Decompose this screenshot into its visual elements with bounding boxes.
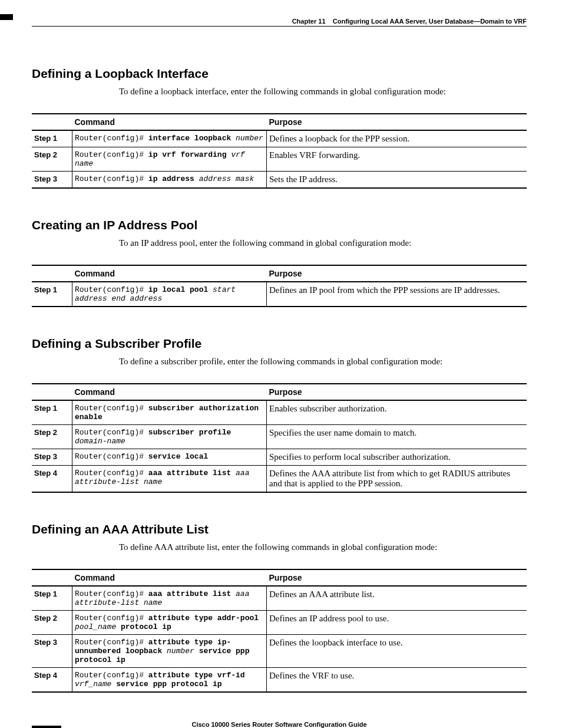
table-row: Step 3Router(config)# service localSpeci… xyxy=(32,449,527,466)
column-header-command: Command xyxy=(72,265,267,282)
command-table: CommandPurposeStep 1Router(config)# inte… xyxy=(32,113,527,189)
step-label: Step 4 xyxy=(32,668,72,693)
step-label: Step 1 xyxy=(32,130,72,147)
command-table: CommandPurposeStep 1Router(config)# aaa … xyxy=(32,569,527,693)
column-header-command: Command xyxy=(72,384,267,400)
table-row: Step 1Router(config)# ip local pool star… xyxy=(32,282,527,307)
table-row: Step 3Router(config)# attribute type ip-… xyxy=(32,635,527,668)
step-label: Step 3 xyxy=(32,172,72,189)
purpose-cell: Defines the AAA attribute list from whic… xyxy=(267,466,527,493)
table-row: Step 2Router(config)# ip vrf forwarding … xyxy=(32,147,527,172)
section-heading: Defining an AAA Attribute List xyxy=(32,522,527,536)
command-table: CommandPurposeStep 1Router(config)# subs… xyxy=(32,383,527,493)
purpose-cell: Specifies to perform local subscriber au… xyxy=(267,449,527,466)
command-cell: Router(config)# subscriber profile domai… xyxy=(72,425,267,449)
margin-marker-icon xyxy=(0,14,13,20)
purpose-cell: Specifies the user name domain to match. xyxy=(267,425,527,449)
command-cell: Router(config)# interface loopback numbe… xyxy=(72,130,267,147)
section-heading: Defining a Subscriber Profile xyxy=(32,337,527,351)
table-row: Step 1Router(config)# interface loopback… xyxy=(32,130,527,147)
column-header-command: Command xyxy=(72,114,267,130)
command-cell: Router(config)# ip address address mask xyxy=(72,172,267,189)
step-label: Step 1 xyxy=(32,586,72,611)
column-header-purpose: Purpose xyxy=(267,384,527,400)
column-header-command: Command xyxy=(72,569,267,586)
step-label: Step 2 xyxy=(32,611,72,635)
command-table: CommandPurposeStep 1Router(config)# ip l… xyxy=(32,265,527,307)
command-cell: Router(config)# service local xyxy=(72,449,267,466)
step-label: Step 3 xyxy=(32,449,72,466)
header-rule xyxy=(32,26,527,27)
footer-book-title: Cisco 10000 Series Router Software Confi… xyxy=(32,721,527,728)
section-intro: To an IP address pool, enter the followi… xyxy=(119,238,527,248)
step-label: Step 3 xyxy=(32,635,72,668)
purpose-cell: Defines an AAA attribute list. xyxy=(267,586,527,611)
purpose-cell: Defines the VRF to use. xyxy=(267,668,527,693)
command-cell: Router(config)# ip local pool start addr… xyxy=(72,282,267,307)
purpose-cell: Enables subscriber authorization. xyxy=(267,400,527,425)
section-intro: To define a loopback interface, enter th… xyxy=(119,87,527,97)
table-row: Step 4Router(config)# aaa attribute list… xyxy=(32,466,527,493)
command-cell: Router(config)# aaa attribute list aaa a… xyxy=(72,586,267,611)
command-cell: Router(config)# aaa attribute list aaa a… xyxy=(72,466,267,493)
purpose-cell: Defines an IP address pool to use. xyxy=(267,611,527,635)
page-header: Chapter 11 Configuring Local AAA Server,… xyxy=(32,18,527,25)
step-label: Step 2 xyxy=(32,147,72,172)
table-row: Step 4Router(config)# attribute type vrf… xyxy=(32,668,527,693)
table-row: Step 3Router(config)# ip address address… xyxy=(32,172,527,189)
page-footer: Cisco 10000 Series Router Software Confi… xyxy=(32,721,527,728)
table-row: Step 2Router(config)# attribute type add… xyxy=(32,611,527,635)
command-cell: Router(config)# attribute type ip-unnumb… xyxy=(72,635,267,668)
section-heading: Creating an IP Address Pool xyxy=(32,218,527,232)
command-cell: Router(config)# attribute type vrf-id vr… xyxy=(72,668,267,693)
table-row: Step 1Router(config)# subscriber authori… xyxy=(32,400,527,425)
step-label: Step 1 xyxy=(32,282,72,307)
command-cell: Router(config)# subscriber authorization… xyxy=(72,400,267,425)
table-row: Step 2Router(config)# subscriber profile… xyxy=(32,425,527,449)
step-label: Step 1 xyxy=(32,400,72,425)
purpose-cell: Defines an IP pool from which the PPP se… xyxy=(267,282,527,307)
command-cell: Router(config)# attribute type addr-pool… xyxy=(72,611,267,635)
column-header-purpose: Purpose xyxy=(267,569,527,586)
column-header-purpose: Purpose xyxy=(267,265,527,282)
command-cell: Router(config)# ip vrf forwarding vrf na… xyxy=(72,147,267,172)
section-intro: To define AAA attribute list, enter the … xyxy=(119,542,527,552)
purpose-cell: Defines the loopback interface to use. xyxy=(267,635,527,668)
column-header-purpose: Purpose xyxy=(267,114,527,130)
step-label: Step 2 xyxy=(32,425,72,449)
purpose-cell: Sets the IP address. xyxy=(267,172,527,189)
page-number-badge: 11-8 xyxy=(32,726,61,728)
step-label: Step 4 xyxy=(32,466,72,493)
purpose-cell: Defines a loopback for the PPP session. xyxy=(267,130,527,147)
section-heading: Defining a Loopback Interface xyxy=(32,67,527,81)
table-row: Step 1Router(config)# aaa attribute list… xyxy=(32,586,527,611)
section-intro: To define a subscriber profile, enter th… xyxy=(119,357,527,367)
purpose-cell: Enables VRF forwarding. xyxy=(267,147,527,172)
